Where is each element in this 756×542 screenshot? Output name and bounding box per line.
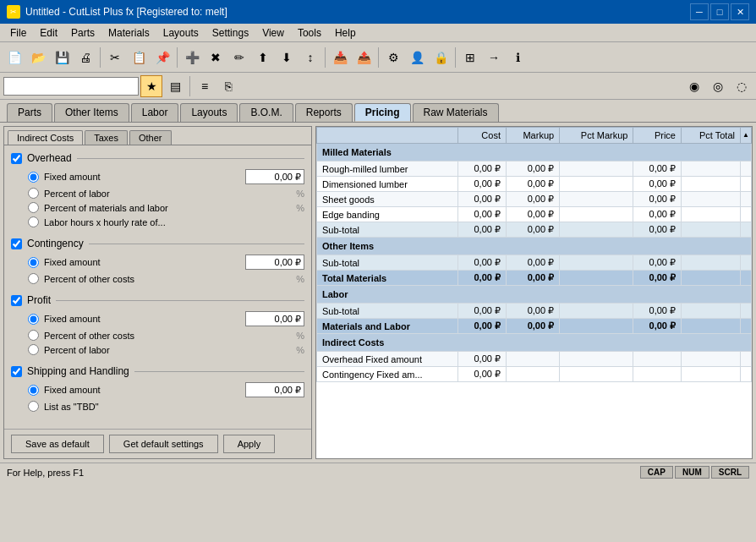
subtab-other[interactable]: Other [129, 130, 172, 145]
subtab-taxes[interactable]: Taxes [85, 130, 128, 145]
menu-parts[interactable]: Parts [64, 25, 101, 41]
menu-help[interactable]: Help [328, 25, 363, 41]
item-markup [506, 367, 559, 382]
move-up-button[interactable]: ⬆ [252, 47, 274, 68]
right-panel: Cost Markup Pct Markup Price Pct Total ▲… [315, 126, 753, 459]
tab-parts[interactable]: Parts [7, 103, 52, 122]
export2-button[interactable]: ⎘ [217, 75, 239, 97]
copy-button[interactable]: 📋 [128, 47, 150, 68]
tab-bom[interactable]: B.O.M. [239, 103, 293, 122]
menu-settings[interactable]: Settings [205, 25, 255, 41]
grid-button[interactable]: ⊞ [459, 47, 481, 68]
overhead-checkbox[interactable] [11, 153, 22, 164]
overhead-fixed-label: Fixed amount [44, 172, 101, 182]
tab-layouts[interactable]: Layouts [180, 103, 238, 122]
menu-materials[interactable]: Materials [101, 25, 156, 41]
profit-fixed-input[interactable] [245, 311, 304, 326]
contingency-pct-row: Percent of other costs % [11, 271, 304, 286]
item-pct-total [681, 177, 740, 192]
list-button[interactable]: ≡ [194, 75, 216, 97]
delete-button[interactable]: ✖ [205, 47, 227, 68]
contingency-fixed-radio[interactable] [28, 257, 39, 268]
subtotal-price: 0,00 ₽ [633, 304, 682, 319]
print-button[interactable]: 🖨 [74, 47, 96, 68]
tab-labor[interactable]: Labor [131, 103, 179, 122]
tab-reports[interactable]: Reports [295, 103, 353, 122]
save-default-button[interactable]: Save as default [11, 435, 104, 453]
view-button[interactable]: ▤ [164, 75, 186, 97]
menu-layouts[interactable]: Layouts [156, 25, 205, 41]
status-help: For Help, press F1 [7, 468, 84, 478]
shipping-fixed-input[interactable] [245, 382, 304, 397]
profit-checkbox[interactable] [11, 295, 22, 306]
row-scroll [741, 177, 752, 192]
profit-pct-labor-radio[interactable] [28, 344, 39, 355]
contingency-fixed-input[interactable] [245, 255, 304, 270]
item-name: Edge banding [317, 207, 458, 222]
lock-btn[interactable]: 🔒 [430, 47, 452, 68]
menu-file[interactable]: File [3, 25, 33, 41]
col-name [317, 128, 458, 144]
open-button[interactable]: 📂 [27, 47, 49, 68]
shipping-tbd-radio[interactable] [28, 401, 39, 412]
profit-fixed-radio[interactable] [28, 314, 39, 325]
bottom-buttons: Save as default Get default settings App… [4, 429, 311, 458]
table-row: Rough-milled lumber 0,00 ₽ 0,00 ₽ 0,00 ₽ [317, 162, 752, 177]
overhead-pct-materials-radio[interactable] [28, 202, 39, 213]
new-button[interactable]: 📄 [3, 47, 25, 68]
save-button[interactable]: 💾 [51, 47, 73, 68]
overhead-fixed-input[interactable] [245, 169, 304, 184]
edit-btn[interactable]: ✏ [228, 47, 250, 68]
get-default-button[interactable]: Get default settings [109, 435, 218, 453]
table-row: Overhead Fixed amount 0,00 ₽ [317, 352, 752, 367]
shipping-fixed-radio[interactable] [28, 385, 39, 396]
overhead-labor-hours-row: Labor hours x hourly rate of... [11, 215, 304, 229]
contingency-pct-radio[interactable] [28, 273, 39, 284]
extra-btn3[interactable]: ◌ [731, 75, 753, 97]
arrow-button[interactable]: → [483, 47, 505, 68]
shipping-line [134, 371, 304, 372]
maximize-button[interactable]: □ [710, 3, 729, 20]
scroll-up-icon[interactable]: ▲ [742, 130, 749, 140]
separator-5 [455, 47, 456, 68]
apply-button[interactable]: Apply [223, 435, 276, 453]
overhead-pct-labor-radio[interactable] [28, 188, 39, 199]
profit-pct-other-radio[interactable] [28, 330, 39, 341]
extra-btn1[interactable]: ◉ [683, 75, 705, 97]
info-button[interactable]: ℹ [507, 47, 529, 68]
labor-subtotal-row: Sub-total 0,00 ₽ 0,00 ₽ 0,00 ₽ [317, 304, 752, 319]
menu-edit[interactable]: Edit [33, 25, 64, 41]
cut-button[interactable]: ✂ [104, 47, 126, 68]
section-overhead: Overhead Fixed amount Percent of labor % [11, 152, 304, 229]
close-button[interactable]: ✕ [731, 3, 749, 20]
menu-view[interactable]: View [255, 25, 291, 41]
extra-btn2[interactable]: ◎ [707, 75, 729, 97]
export-button[interactable]: 📤 [353, 47, 375, 68]
shipping-checkbox[interactable] [11, 366, 22, 377]
profit-label: Profit [27, 294, 51, 306]
settings-btn[interactable]: ⚙ [382, 47, 404, 68]
minimize-button[interactable]: ─ [690, 3, 709, 20]
user-btn[interactable]: 👤 [406, 47, 428, 68]
materials-labor-cost: 0,00 ₽ [458, 319, 507, 334]
profit-pct-other-label: Percent of other costs [44, 331, 134, 341]
subtab-indirect-costs[interactable]: Indirect Costs [8, 130, 83, 145]
sort-button[interactable]: ↕ [299, 47, 321, 68]
search-input[interactable] [3, 77, 139, 96]
tab-raw-materials[interactable]: Raw Materials [413, 103, 499, 122]
add-button[interactable]: ➕ [181, 47, 203, 68]
left-panel: Indirect Costs Taxes Other Overhead Fixe… [3, 126, 312, 459]
move-down-button[interactable]: ⬇ [276, 47, 298, 68]
tab-bar: Parts Other Items Labor Layouts B.O.M. R… [0, 100, 756, 123]
tab-other-items[interactable]: Other Items [54, 103, 129, 122]
tab-pricing[interactable]: Pricing [354, 103, 411, 122]
item-pct-total [681, 367, 740, 382]
highlight-button[interactable]: ★ [140, 75, 162, 97]
menu-tools[interactable]: Tools [291, 25, 328, 41]
paste-button[interactable]: 📌 [151, 47, 173, 68]
profit-line [56, 300, 304, 301]
import-button[interactable]: 📥 [329, 47, 351, 68]
overhead-fixed-radio[interactable] [28, 172, 39, 183]
contingency-checkbox[interactable] [11, 238, 22, 249]
overhead-labor-hours-radio[interactable] [28, 216, 39, 227]
